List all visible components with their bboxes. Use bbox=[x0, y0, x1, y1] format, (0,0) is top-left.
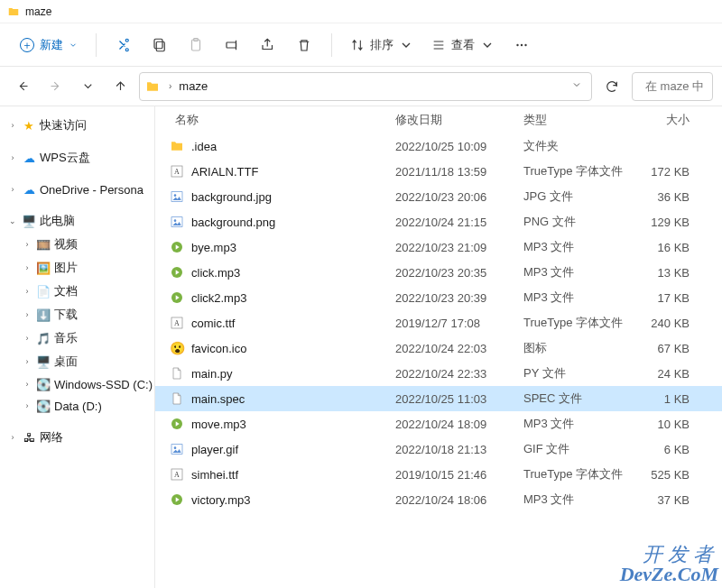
file-date: 2022/10/18 21:13 bbox=[395, 443, 523, 456]
downloads-icon: ⬇️ bbox=[36, 308, 51, 322]
view-button[interactable]: 查看 bbox=[424, 33, 502, 57]
file-date: 2022/10/23 20:35 bbox=[395, 266, 523, 280]
chevron-down-icon[interactable] bbox=[568, 76, 586, 96]
rename-button[interactable] bbox=[216, 29, 248, 61]
sidebar-item-network[interactable]: › 🖧 网络 bbox=[0, 426, 154, 449]
recent-button[interactable] bbox=[74, 73, 101, 100]
file-icon: A bbox=[170, 467, 184, 482]
file-name: click2.mp3 bbox=[191, 291, 395, 305]
svg-text:A: A bbox=[174, 471, 180, 479]
file-row[interactable]: Asimhei.ttf2019/10/15 21:46TrueType 字体文件… bbox=[155, 462, 722, 487]
back-button[interactable] bbox=[9, 73, 36, 100]
forward-button[interactable] bbox=[42, 73, 69, 100]
folder-icon bbox=[145, 79, 160, 94]
sidebar-item-videos[interactable]: › 🎞️ 视频 bbox=[0, 233, 154, 256]
column-header-date[interactable]: 修改日期 bbox=[395, 112, 523, 128]
sidebar-item-documents[interactable]: › 📄 文档 bbox=[0, 280, 154, 303]
ellipsis-icon bbox=[514, 37, 530, 53]
network-icon: 🖧 bbox=[22, 430, 36, 445]
file-icon: A bbox=[170, 164, 184, 179]
file-list: .idea2022/10/25 10:09文件夹AARIALN.TTF2021/… bbox=[155, 133, 722, 512]
sort-button[interactable]: 排序 bbox=[343, 33, 421, 57]
file-row[interactable]: AARIALN.TTF2021/11/18 13:59TrueType 字体文件… bbox=[155, 159, 722, 184]
column-header-size[interactable]: 大小 bbox=[632, 112, 690, 128]
svg-point-5 bbox=[516, 43, 518, 45]
video-icon: 🎞️ bbox=[36, 237, 51, 252]
file-row[interactable]: move.mp32022/10/24 18:09MP3 文件10 KB bbox=[155, 411, 722, 436]
file-row[interactable]: victory.mp32022/10/24 18:06MP3 文件37 KB bbox=[155, 487, 722, 512]
file-row[interactable]: 😮favicon.ico2022/10/24 22:03图标67 KB bbox=[155, 335, 722, 361]
sidebar-item-desktop[interactable]: › 🖥️ 桌面 bbox=[0, 350, 154, 373]
chevron-down-icon bbox=[480, 38, 495, 52]
breadcrumb[interactable]: › maze bbox=[139, 72, 592, 101]
breadcrumb-current[interactable]: maze bbox=[179, 79, 208, 93]
sidebar-item-downloads[interactable]: › ⬇️ 下载 bbox=[0, 303, 154, 326]
sidebar-item-onedrive[interactable]: › ☁ OneDrive - Persona bbox=[0, 179, 154, 200]
cut-button[interactable] bbox=[107, 29, 140, 61]
up-button[interactable] bbox=[106, 73, 134, 100]
sidebar-item-label: Data (D:) bbox=[54, 400, 102, 413]
file-row[interactable]: click.mp32022/10/23 20:35MP3 文件13 KB bbox=[155, 260, 722, 285]
sidebar-item-this-pc[interactable]: ⌄ 🖥️ 此电脑 bbox=[0, 209, 154, 233]
svg-rect-4 bbox=[227, 42, 236, 48]
file-type: 文件夹 bbox=[523, 138, 632, 154]
new-label: 新建 bbox=[40, 37, 63, 53]
scissors-icon bbox=[116, 37, 132, 53]
file-row[interactable]: main.spec2022/10/25 11:03SPEC 文件1 KB bbox=[155, 386, 722, 411]
sidebar-item-pictures[interactable]: › 🖼️ 图片 bbox=[0, 256, 154, 280]
file-date: 2022/10/23 21:09 bbox=[395, 241, 523, 254]
column-header-name[interactable]: 名称 bbox=[170, 112, 395, 128]
new-button[interactable]: ＋ 新建 bbox=[13, 33, 85, 57]
file-date: 2022/10/23 20:06 bbox=[395, 190, 523, 204]
sidebar-item-quick-access[interactable]: › ★ 快速访问 bbox=[0, 114, 154, 137]
file-icon: 😮 bbox=[170, 341, 184, 355]
file-date: 2021/11/18 13:59 bbox=[395, 165, 523, 179]
sort-label: 排序 bbox=[370, 37, 393, 53]
file-type: 图标 bbox=[523, 340, 632, 356]
titlebar: maze bbox=[0, 0, 722, 23]
paste-button[interactable] bbox=[180, 29, 212, 61]
column-header-type[interactable]: 类型 bbox=[523, 112, 632, 128]
file-row[interactable]: main.py2022/10/24 22:33PY 文件24 KB bbox=[155, 361, 722, 386]
copy-button[interactable] bbox=[143, 29, 176, 61]
sidebar-item-music[interactable]: › 🎵 音乐 bbox=[0, 326, 154, 350]
file-row[interactable]: click2.mp32022/10/23 20:39MP3 文件17 KB bbox=[155, 285, 722, 310]
file-name: bye.mp3 bbox=[191, 241, 395, 254]
sidebar-item-windows-ssd[interactable]: › 💽 Windows-SSD (C:) bbox=[0, 373, 154, 395]
folder-icon bbox=[7, 5, 20, 18]
file-date: 2022/10/24 21:15 bbox=[395, 216, 523, 229]
file-icon bbox=[170, 391, 184, 406]
refresh-button[interactable] bbox=[597, 72, 626, 101]
sidebar-item-wps-cloud[interactable]: › ☁ WPS云盘 bbox=[0, 146, 154, 170]
share-button[interactable] bbox=[252, 29, 284, 61]
file-row[interactable]: background.png2022/10/24 21:15PNG 文件129 … bbox=[155, 209, 722, 234]
file-row[interactable]: .idea2022/10/25 10:09文件夹 bbox=[155, 133, 722, 159]
search-box[interactable] bbox=[632, 72, 713, 101]
file-size: 24 KB bbox=[632, 367, 690, 381]
file-size: 67 KB bbox=[632, 342, 690, 355]
file-icon bbox=[170, 215, 184, 229]
file-icon bbox=[170, 492, 184, 507]
delete-button[interactable] bbox=[288, 29, 320, 61]
separator bbox=[96, 33, 97, 57]
toolbar: ＋ 新建 排序 查看 bbox=[0, 23, 722, 67]
file-row[interactable]: background.jpg2022/10/23 20:06JPG 文件36 K… bbox=[155, 184, 722, 209]
drive-icon: 💽 bbox=[36, 377, 51, 391]
file-pane: 名称 修改日期 类型 大小 .idea2022/10/25 10:09文件夹AA… bbox=[155, 106, 722, 588]
more-button[interactable] bbox=[505, 29, 538, 61]
plus-icon: ＋ bbox=[20, 38, 34, 52]
svg-point-6 bbox=[521, 43, 523, 45]
file-row[interactable]: bye.mp32022/10/23 21:09MP3 文件16 KB bbox=[155, 234, 722, 260]
svg-text:A: A bbox=[174, 168, 180, 176]
window-title: maze bbox=[25, 5, 51, 18]
search-input[interactable] bbox=[645, 79, 713, 93]
file-row[interactable]: player.gif2022/10/18 21:13GIF 文件6 KB bbox=[155, 436, 722, 462]
sidebar-item-label: Windows-SSD (C:) bbox=[54, 378, 153, 391]
file-type: TrueType 字体文件 bbox=[523, 315, 632, 331]
sidebar-item-label: 下载 bbox=[54, 307, 78, 323]
file-type: MP3 文件 bbox=[523, 289, 632, 306]
svg-point-7 bbox=[524, 43, 526, 45]
file-row[interactable]: Acomic.ttf2019/12/7 17:08TrueType 字体文件24… bbox=[155, 310, 722, 335]
sidebar-item-data-d[interactable]: › 💽 Data (D:) bbox=[0, 395, 154, 417]
file-date: 2022/10/24 18:09 bbox=[395, 418, 523, 431]
